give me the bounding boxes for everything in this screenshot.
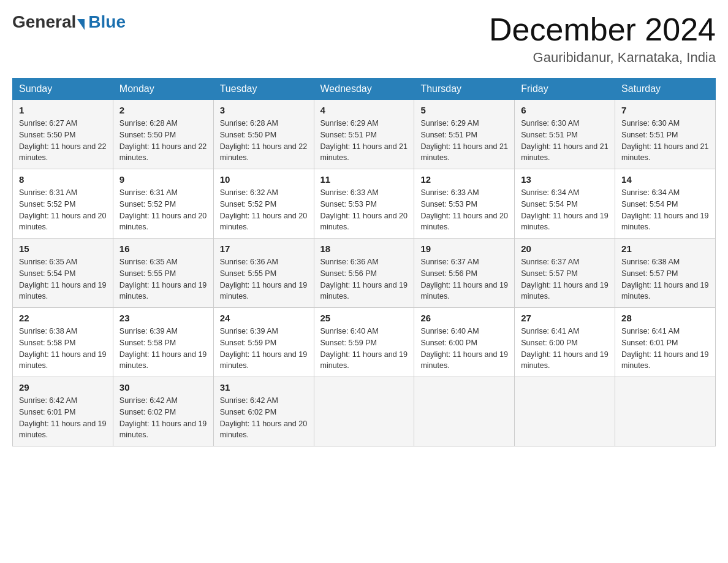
calendar-day-cell: 16Sunrise: 6:35 AMSunset: 5:55 PMDayligh… — [113, 239, 213, 308]
day-info: Sunrise: 6:28 AMSunset: 5:50 PMDaylight:… — [119, 118, 207, 164]
calendar-day-cell: 31Sunrise: 6:42 AMSunset: 6:02 PMDayligh… — [213, 377, 314, 446]
calendar-day-cell: 2Sunrise: 6:28 AMSunset: 5:50 PMDaylight… — [113, 100, 213, 169]
day-info: Sunrise: 6:29 AMSunset: 5:51 PMDaylight:… — [420, 118, 508, 164]
calendar-day-cell: 15Sunrise: 6:35 AMSunset: 5:54 PMDayligh… — [13, 239, 113, 308]
day-number: 27 — [521, 313, 609, 323]
calendar-day-cell: 29Sunrise: 6:42 AMSunset: 6:01 PMDayligh… — [13, 377, 113, 446]
weekday-header-sunday: Sunday — [13, 79, 113, 100]
day-number: 15 — [19, 243, 107, 254]
day-info: Sunrise: 6:36 AMSunset: 5:56 PMDaylight:… — [320, 256, 408, 302]
day-info: Sunrise: 6:42 AMSunset: 6:02 PMDaylight:… — [119, 395, 207, 441]
day-number: 8 — [19, 174, 107, 185]
day-info: Sunrise: 6:34 AMSunset: 5:54 PMDaylight:… — [621, 187, 709, 233]
day-number: 24 — [220, 313, 308, 323]
calendar-day-cell: 9Sunrise: 6:31 AMSunset: 5:52 PMDaylight… — [113, 169, 213, 239]
weekday-header-tuesday: Tuesday — [213, 79, 314, 100]
day-info: Sunrise: 6:33 AMSunset: 5:53 PMDaylight:… — [420, 187, 508, 233]
day-number: 9 — [119, 174, 207, 185]
logo-general: General — [12, 12, 76, 32]
calendar-day-cell: 23Sunrise: 6:39 AMSunset: 5:58 PMDayligh… — [113, 308, 213, 377]
logo: General Blue — [12, 12, 126, 32]
day-info: Sunrise: 6:38 AMSunset: 5:58 PMDaylight:… — [19, 326, 107, 372]
calendar-day-cell: 26Sunrise: 6:40 AMSunset: 6:00 PMDayligh… — [414, 308, 515, 377]
calendar-day-cell — [414, 377, 515, 446]
day-info: Sunrise: 6:35 AMSunset: 5:55 PMDaylight:… — [119, 256, 207, 302]
calendar-day-cell — [515, 377, 615, 446]
day-info: Sunrise: 6:42 AMSunset: 6:01 PMDaylight:… — [19, 395, 107, 441]
calendar-day-cell: 3Sunrise: 6:28 AMSunset: 5:50 PMDaylight… — [213, 100, 314, 169]
day-number: 20 — [521, 243, 609, 254]
calendar-day-cell: 1Sunrise: 6:27 AMSunset: 5:50 PMDaylight… — [13, 100, 113, 169]
day-number: 6 — [521, 105, 609, 115]
calendar-day-cell: 24Sunrise: 6:39 AMSunset: 5:59 PMDayligh… — [213, 308, 314, 377]
day-number: 28 — [621, 313, 709, 323]
calendar-day-cell: 27Sunrise: 6:41 AMSunset: 6:00 PMDayligh… — [515, 308, 615, 377]
logo-arrow-icon — [77, 19, 85, 30]
weekday-header-row: SundayMondayTuesdayWednesdayThursdayFrid… — [13, 79, 716, 100]
day-number: 31 — [220, 382, 308, 393]
day-info: Sunrise: 6:30 AMSunset: 5:51 PMDaylight:… — [521, 118, 609, 164]
location-title: Gauribidanur, Karnataka, India — [489, 50, 716, 66]
calendar-week-row: 8Sunrise: 6:31 AMSunset: 5:52 PMDaylight… — [13, 169, 716, 239]
calendar-header: SundayMondayTuesdayWednesdayThursdayFrid… — [13, 79, 716, 100]
day-number: 14 — [621, 174, 709, 185]
day-number: 25 — [320, 313, 408, 323]
calendar-day-cell: 25Sunrise: 6:40 AMSunset: 5:59 PMDayligh… — [314, 308, 414, 377]
day-info: Sunrise: 6:40 AMSunset: 6:00 PMDaylight:… — [420, 326, 508, 372]
day-number: 17 — [220, 243, 308, 254]
day-info: Sunrise: 6:41 AMSunset: 6:01 PMDaylight:… — [621, 326, 709, 372]
day-info: Sunrise: 6:33 AMSunset: 5:53 PMDaylight:… — [320, 187, 408, 233]
day-info: Sunrise: 6:42 AMSunset: 6:02 PMDaylight:… — [220, 395, 308, 441]
day-info: Sunrise: 6:31 AMSunset: 5:52 PMDaylight:… — [119, 187, 207, 233]
calendar-day-cell: 22Sunrise: 6:38 AMSunset: 5:58 PMDayligh… — [13, 308, 113, 377]
day-info: Sunrise: 6:27 AMSunset: 5:50 PMDaylight:… — [19, 118, 107, 164]
day-number: 5 — [420, 105, 508, 115]
calendar-week-row: 22Sunrise: 6:38 AMSunset: 5:58 PMDayligh… — [13, 308, 716, 377]
calendar-day-cell: 28Sunrise: 6:41 AMSunset: 6:01 PMDayligh… — [615, 308, 716, 377]
calendar-day-cell: 8Sunrise: 6:31 AMSunset: 5:52 PMDaylight… — [13, 169, 113, 239]
day-info: Sunrise: 6:29 AMSunset: 5:51 PMDaylight:… — [320, 118, 408, 164]
calendar-day-cell: 11Sunrise: 6:33 AMSunset: 5:53 PMDayligh… — [314, 169, 414, 239]
day-info: Sunrise: 6:39 AMSunset: 5:58 PMDaylight:… — [119, 326, 207, 372]
day-info: Sunrise: 6:28 AMSunset: 5:50 PMDaylight:… — [220, 118, 308, 164]
day-number: 2 — [119, 105, 207, 115]
month-title: December 2024 — [489, 12, 716, 47]
day-info: Sunrise: 6:37 AMSunset: 5:57 PMDaylight:… — [521, 256, 609, 302]
day-number: 1 — [19, 105, 107, 115]
day-number: 21 — [621, 243, 709, 254]
day-number: 12 — [420, 174, 508, 185]
calendar-week-row: 29Sunrise: 6:42 AMSunset: 6:01 PMDayligh… — [13, 377, 716, 446]
day-number: 4 — [320, 105, 408, 115]
day-number: 29 — [19, 382, 107, 393]
calendar-week-row: 15Sunrise: 6:35 AMSunset: 5:54 PMDayligh… — [13, 239, 716, 308]
day-info: Sunrise: 6:38 AMSunset: 5:57 PMDaylight:… — [621, 256, 709, 302]
day-info: Sunrise: 6:35 AMSunset: 5:54 PMDaylight:… — [19, 256, 107, 302]
calendar-day-cell — [615, 377, 716, 446]
day-number: 7 — [621, 105, 709, 115]
calendar-day-cell: 19Sunrise: 6:37 AMSunset: 5:56 PMDayligh… — [414, 239, 515, 308]
day-info: Sunrise: 6:30 AMSunset: 5:51 PMDaylight:… — [621, 118, 709, 164]
weekday-header-friday: Friday — [515, 79, 615, 100]
day-info: Sunrise: 6:31 AMSunset: 5:52 PMDaylight:… — [19, 187, 107, 233]
calendar-day-cell: 14Sunrise: 6:34 AMSunset: 5:54 PMDayligh… — [615, 169, 716, 239]
day-info: Sunrise: 6:39 AMSunset: 5:59 PMDaylight:… — [220, 326, 308, 372]
weekday-header-thursday: Thursday — [414, 79, 515, 100]
calendar-day-cell: 4Sunrise: 6:29 AMSunset: 5:51 PMDaylight… — [314, 100, 414, 169]
calendar-day-cell: 5Sunrise: 6:29 AMSunset: 5:51 PMDaylight… — [414, 100, 515, 169]
day-number: 23 — [119, 313, 207, 323]
calendar-table: SundayMondayTuesdayWednesdayThursdayFrid… — [12, 78, 716, 446]
weekday-header-saturday: Saturday — [615, 79, 716, 100]
weekday-header-monday: Monday — [113, 79, 213, 100]
weekday-header-wednesday: Wednesday — [314, 79, 414, 100]
day-info: Sunrise: 6:32 AMSunset: 5:52 PMDaylight:… — [220, 187, 308, 233]
day-number: 13 — [521, 174, 609, 185]
title-block: December 2024 Gauribidanur, Karnataka, I… — [489, 12, 716, 66]
day-number: 18 — [320, 243, 408, 254]
calendar-day-cell: 18Sunrise: 6:36 AMSunset: 5:56 PMDayligh… — [314, 239, 414, 308]
calendar-week-row: 1Sunrise: 6:27 AMSunset: 5:50 PMDaylight… — [13, 100, 716, 169]
calendar-day-cell: 12Sunrise: 6:33 AMSunset: 5:53 PMDayligh… — [414, 169, 515, 239]
day-number: 26 — [420, 313, 508, 323]
day-number: 11 — [320, 174, 408, 185]
calendar-day-cell: 6Sunrise: 6:30 AMSunset: 5:51 PMDaylight… — [515, 100, 615, 169]
day-info: Sunrise: 6:41 AMSunset: 6:00 PMDaylight:… — [521, 326, 609, 372]
